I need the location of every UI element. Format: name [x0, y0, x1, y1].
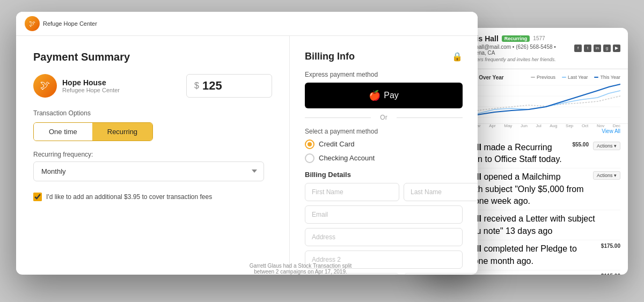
amount-input-wrap[interactable]: $ [186, 74, 272, 98]
googleplus-icon[interactable]: g [603, 45, 611, 52]
billing-title: Billing Info [305, 51, 355, 62]
actions-button[interactable]: Actions ▾ [593, 142, 620, 150]
legend-last-year: Last Year [562, 75, 588, 80]
activity-amount: $115.00 [601, 273, 620, 274]
address-row [305, 228, 463, 246]
checking-label: Checking Account [319, 154, 375, 162]
credit-card-label: Credit Card [319, 140, 354, 148]
facebook-icon[interactable]: f [574, 45, 582, 52]
view-all-link[interactable]: View All [602, 128, 620, 134]
legend-this-year: This Year [594, 75, 620, 80]
crm-social-icons: f t in g ▶ [574, 45, 620, 52]
apple-pay-label: Pay [384, 91, 399, 100]
frequency-select[interactable]: Monthly Weekly Annually [33, 161, 264, 181]
page-title: Payment Summary [33, 51, 272, 63]
address-input[interactable] [305, 228, 463, 246]
org-name: Hope House [62, 78, 120, 87]
express-label: Express payment method [305, 71, 463, 78]
chart-legend: Previous Last Year This Year [531, 75, 620, 80]
frequency-label: Recurring frequency: [33, 151, 272, 158]
apple-icon: 🍎 [369, 90, 380, 101]
fee-checkbox-row: I'd like to add an additional $3.95 to c… [33, 192, 272, 202]
crm-score: 1577 [533, 35, 545, 41]
radio-dot [308, 142, 312, 146]
footer-note: Garrett Glaus had a Stock Transaction sp… [247, 263, 354, 275]
checking-radio[interactable] [305, 153, 314, 163]
email-row [305, 205, 463, 224]
payment-method-label: Select a payment method [305, 128, 463, 135]
linkedin-icon[interactable]: in [594, 45, 601, 52]
donation-content: Payment Summary 🕊 Hope House Refugee Hop… [16, 36, 478, 274]
one-time-button[interactable]: One time [34, 123, 92, 141]
activity-amount: $175.00 [601, 243, 620, 249]
org-info: 🕊 Hope House Refugee Hope Center [33, 74, 120, 98]
legend-previous: Previous [531, 75, 555, 80]
billing-details-label: Billing Details [305, 171, 463, 179]
org-text: Hope House Refugee Hope Center [62, 78, 120, 93]
donation-window: 🕊 Refuge Hope Center Payment Summary 🕊 H… [16, 12, 478, 275]
top-bar: 🕊 Refuge Hope Center [16, 12, 478, 36]
actions-button[interactable]: Actions ▾ [593, 171, 620, 180]
org-logo-area: 🕊 Refuge Hope Center [25, 16, 97, 31]
fee-checkbox[interactable] [33, 193, 42, 201]
recurring-button[interactable]: Recurring [92, 123, 152, 141]
name-row [305, 183, 463, 201]
currency-symbol: $ [194, 81, 199, 91]
org-logo: 🕊 [25, 16, 40, 31]
activity-amount: $55.00 [572, 142, 589, 148]
transaction-options-label: Transaction Options [33, 109, 272, 117]
fee-label: I'd like to add an additional $3.95 to c… [46, 192, 212, 202]
email-input[interactable] [305, 205, 463, 224]
credit-card-radio[interactable] [305, 139, 314, 149]
apple-pay-button[interactable]: 🍎 Pay [305, 83, 463, 108]
crm-recurring-badge: Recurring [502, 35, 530, 42]
youtube-icon[interactable]: ▶ [613, 45, 620, 52]
left-panel: Payment Summary 🕊 Hope House Refugee Hop… [16, 36, 290, 274]
org-info-row: 🕊 Hope House Refugee Hope Center $ [33, 74, 272, 98]
lock-icon: 🔒 [452, 51, 463, 62]
credit-card-option[interactable]: Credit Card [305, 139, 463, 149]
billing-panel: Billing Info 🔒 Express payment method 🍎 … [290, 36, 478, 274]
transaction-buttons: One time Recurring [33, 122, 153, 141]
amount-input[interactable] [202, 79, 245, 93]
org-sub: Refugee Hope Center [62, 87, 120, 93]
first-name-input[interactable] [305, 183, 399, 201]
scene: A Alexis Hall Recurring 1577 alexis.hall… [16, 12, 628, 291]
or-divider: Or [305, 114, 463, 121]
twitter-icon[interactable]: t [584, 45, 591, 52]
org-logo-big: 🕊 [33, 74, 57, 98]
last-name-input[interactable] [404, 183, 478, 201]
state-input[interactable] [404, 273, 478, 274]
org-name-small: Refuge Hope Center [43, 20, 97, 27]
billing-title-row: Billing Info 🔒 [305, 51, 463, 62]
checking-account-option[interactable]: Checking Account [305, 153, 463, 163]
